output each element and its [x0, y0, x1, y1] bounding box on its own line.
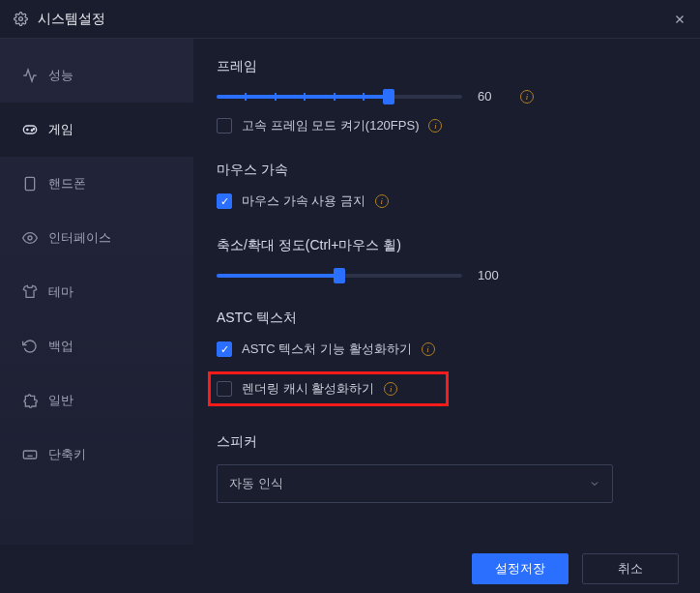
- highspeed-checkbox[interactable]: [217, 118, 232, 133]
- sidebar-item-label: 핸드폰: [48, 175, 86, 193]
- sidebar-item-label: 백업: [48, 338, 73, 355]
- save-button[interactable]: 설정저장: [472, 553, 569, 584]
- svg-point-6: [33, 129, 34, 130]
- sidebar-item-interface[interactable]: 인터페이스: [0, 211, 193, 265]
- rotate-icon: [21, 339, 39, 354]
- highlight-box: 렌더링 캐시 활성화하기 i: [208, 371, 449, 406]
- svg-point-5: [31, 130, 32, 131]
- sidebar-item-performance[interactable]: 성능: [0, 48, 193, 103]
- astc-section: ASTC 텍스처 ASTC 텍스처 기능 활성화하기 i 렌더링 캐시 활성화하…: [217, 310, 671, 406]
- phone-icon: [21, 176, 39, 192]
- info-icon[interactable]: i: [384, 382, 397, 396]
- zoom-section: 축소/확대 정도(Ctrl+마우스 휠) 100: [217, 237, 671, 282]
- render-cache-label: 렌더링 캐시 활성화하기: [242, 380, 374, 398]
- svg-point-0: [19, 17, 23, 21]
- section-title-astc: ASTC 텍스처: [217, 310, 671, 327]
- activity-icon: [21, 68, 39, 83]
- sidebar: 성능 게임 핸드폰 인터페이스 테마: [0, 39, 193, 545]
- astc-enable-label: ASTC 텍스처 기능 활성화하기: [242, 341, 412, 358]
- sidebar-item-label: 성능: [48, 67, 73, 84]
- svg-rect-11: [23, 451, 36, 459]
- chevron-down-icon: [589, 478, 600, 489]
- titlebar: 시스템설정: [0, 0, 700, 39]
- mouse-disable-checkbox[interactable]: [217, 193, 232, 209]
- frame-value: 60: [478, 89, 510, 104]
- sidebar-item-general[interactable]: 일반: [0, 373, 193, 428]
- cancel-button[interactable]: 취소: [582, 553, 679, 584]
- info-icon[interactable]: i: [422, 342, 435, 356]
- zoom-slider[interactable]: [217, 274, 462, 278]
- sidebar-item-label: 인터페이스: [48, 229, 111, 247]
- section-title-speaker: 스피커: [217, 433, 671, 451]
- zoom-value: 100: [478, 268, 510, 282]
- section-title-zoom: 축소/확대 정도(Ctrl+마우스 휠): [217, 237, 671, 254]
- footer: 설정저장 취소: [0, 545, 700, 593]
- render-cache-checkbox[interactable]: [217, 381, 232, 397]
- highspeed-label: 고속 프레임 모드 켜기(120FPS): [242, 117, 419, 134]
- sidebar-item-label: 일반: [48, 392, 73, 409]
- svg-point-10: [28, 236, 32, 240]
- mouse-section: 마우스 가속 마우스 가속 사용 금지 i: [217, 162, 671, 210]
- sidebar-item-theme[interactable]: 테마: [0, 265, 193, 319]
- info-icon[interactable]: i: [375, 194, 389, 208]
- shirt-icon: [21, 284, 39, 300]
- close-icon[interactable]: [673, 13, 686, 26]
- astc-enable-checkbox[interactable]: [217, 341, 232, 357]
- sidebar-item-shortcuts[interactable]: 단축키: [0, 428, 193, 482]
- sidebar-item-label: 게임: [48, 121, 73, 138]
- puzzle-icon: [21, 393, 39, 408]
- gamepad-icon: [21, 122, 39, 137]
- sidebar-item-label: 단축키: [48, 446, 86, 463]
- sidebar-item-game[interactable]: 게임: [0, 103, 193, 157]
- info-icon[interactable]: i: [428, 119, 442, 133]
- svg-rect-8: [25, 177, 34, 190]
- main-content: 프레임 60 i 고속 프레임 모드 켜기(120FPS) i: [193, 39, 700, 545]
- speaker-selected: 자동 인식: [229, 475, 283, 492]
- section-title-mouse: 마우스 가속: [217, 162, 671, 179]
- window-title: 시스템설정: [38, 11, 105, 28]
- section-title-frame: 프레임: [217, 58, 671, 75]
- keyboard-icon: [21, 447, 39, 462]
- sidebar-item-label: 테마: [48, 283, 73, 301]
- gear-icon: [14, 12, 28, 26]
- frame-section: 프레임 60 i 고속 프레임 모드 켜기(120FPS) i: [217, 58, 671, 134]
- frame-slider[interactable]: [217, 95, 462, 99]
- speaker-section: 스피커 자동 인식: [217, 433, 671, 503]
- sidebar-item-phone[interactable]: 핸드폰: [0, 157, 193, 211]
- speaker-select[interactable]: 자동 인식: [217, 464, 613, 503]
- mouse-disable-label: 마우스 가속 사용 금지: [242, 193, 365, 210]
- sidebar-item-backup[interactable]: 백업: [0, 319, 193, 373]
- eye-icon: [21, 230, 39, 246]
- info-icon[interactable]: i: [520, 90, 534, 104]
